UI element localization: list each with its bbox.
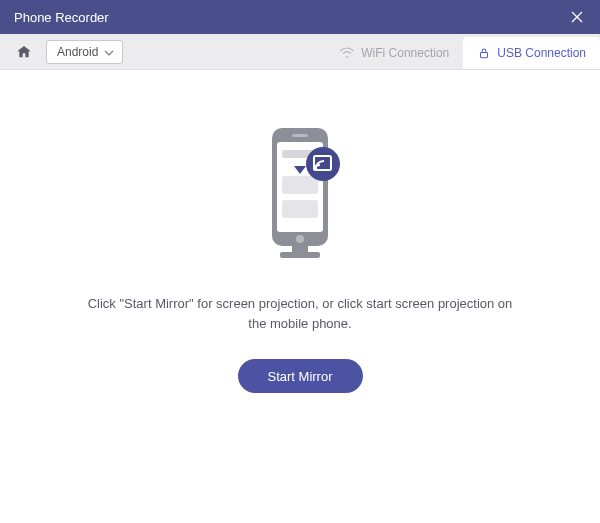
instruction-text: Click "Start Mirror" for screen projecti… bbox=[80, 294, 520, 333]
app-title: Phone Recorder bbox=[14, 10, 109, 25]
connection-tabs: WiFi Connection USB Connection bbox=[325, 34, 600, 69]
toolbar: Android WiFi Connection USB Connection bbox=[0, 34, 600, 70]
svg-rect-3 bbox=[481, 52, 488, 57]
start-mirror-button[interactable]: Start Mirror bbox=[238, 359, 363, 393]
svg-rect-16 bbox=[280, 252, 320, 258]
wifi-icon bbox=[339, 47, 355, 59]
tab-wifi-label: WiFi Connection bbox=[361, 46, 449, 60]
svg-point-14 bbox=[315, 168, 318, 171]
usb-icon bbox=[477, 46, 491, 60]
svg-point-7 bbox=[296, 235, 304, 243]
main-content: Click "Start Mirror" for screen projecti… bbox=[0, 70, 600, 523]
titlebar: Phone Recorder bbox=[0, 0, 600, 34]
close-button[interactable] bbox=[568, 8, 586, 26]
home-button[interactable] bbox=[10, 40, 38, 64]
svg-rect-15 bbox=[292, 246, 308, 252]
phone-mirror-illustration bbox=[240, 120, 360, 270]
home-icon bbox=[16, 44, 32, 60]
tab-usb-connection[interactable]: USB Connection bbox=[463, 37, 600, 69]
svg-rect-9 bbox=[282, 176, 318, 194]
svg-point-2 bbox=[346, 56, 348, 58]
tab-wifi-connection[interactable]: WiFi Connection bbox=[325, 37, 463, 69]
svg-rect-10 bbox=[282, 200, 318, 218]
svg-rect-6 bbox=[292, 134, 308, 137]
chevron-down-icon bbox=[104, 45, 114, 59]
tab-usb-label: USB Connection bbox=[497, 46, 586, 60]
platform-select[interactable]: Android bbox=[46, 40, 123, 64]
platform-label: Android bbox=[57, 45, 98, 59]
svg-point-12 bbox=[306, 147, 340, 181]
close-icon bbox=[570, 10, 584, 24]
